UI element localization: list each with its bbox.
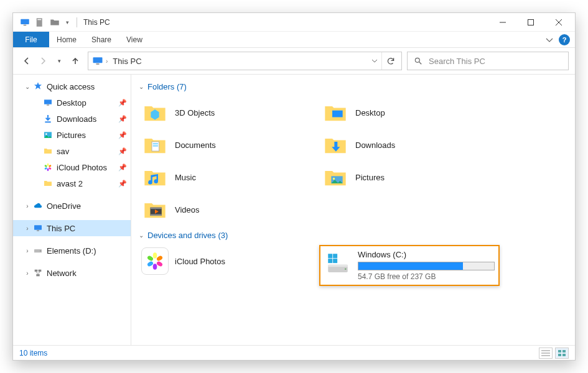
svg-rect-39 (151, 214, 162, 216)
ribbon-collapse-icon[interactable] (541, 32, 558, 47)
device-icloud-photos[interactable]: iCloud Photos (139, 245, 313, 277)
drive-windows-c[interactable]: Windows (C:) 54.7 GB free of 237 GB (319, 245, 500, 286)
music-icon (141, 163, 169, 191)
tab-share[interactable]: Share (84, 32, 119, 47)
folder-videos[interactable]: Videos (139, 193, 313, 226)
properties-icon[interactable] (34, 17, 45, 28)
folder-documents[interactable]: Documents (139, 129, 313, 161)
svg-rect-58 (562, 350, 566, 352)
pin-icon: 📌 (118, 180, 131, 188)
svg-rect-29 (39, 270, 42, 272)
chevron-right-icon[interactable]: › (23, 247, 32, 254)
svg-point-36 (333, 178, 335, 180)
svg-rect-52 (328, 259, 332, 263)
folder-pictures[interactable]: Pictures (319, 161, 493, 193)
pin-icon: 📌 (118, 131, 131, 139)
drive-free-text: 54.7 GB free of 237 GB (358, 272, 495, 281)
folder-desktop[interactable]: Desktop (319, 96, 493, 129)
group-folders-header[interactable]: ⌄ Folders (7) (139, 82, 567, 91)
chevron-right-icon[interactable]: › (23, 203, 32, 210)
tree-quick-access[interactable]: ⌄ Quick access (13, 78, 131, 94)
forward-button[interactable] (38, 56, 48, 66)
svg-rect-3 (37, 19, 41, 20)
search-input[interactable]: Search This PC (407, 52, 569, 70)
svg-point-41 (153, 252, 157, 259)
svg-rect-60 (562, 354, 566, 356)
desktop-icon (42, 96, 54, 109)
svg-rect-5 (528, 19, 533, 25)
pc-icon[interactable] (19, 17, 30, 28)
refresh-button[interactable] (381, 52, 399, 70)
svg-rect-24 (34, 225, 42, 229)
details-view-button[interactable] (539, 348, 553, 359)
help-icon[interactable]: ? (559, 34, 570, 45)
qat-dropdown-icon[interactable]: ▾ (64, 17, 70, 28)
tab-view[interactable]: View (119, 32, 150, 47)
file-tab[interactable]: File (13, 32, 49, 47)
pictures-icon (42, 129, 54, 141)
drives-grid: iCloud Photos Windows (C:) 54.7 GB free … (139, 245, 567, 286)
breadcrumb-label: This PC (113, 57, 141, 66)
close-button[interactable] (544, 13, 572, 32)
pictures-folder-icon (322, 163, 349, 191)
sidebar-item-icloud-photos[interactable]: iCloud Photos📌 (13, 159, 131, 175)
folder-ql-icon[interactable] (49, 17, 60, 28)
desktop-folder-icon (322, 99, 349, 126)
status-item-count: 10 items (19, 349, 47, 357)
maximize-button[interactable] (516, 13, 544, 32)
drive-label: Windows (C:) (358, 250, 495, 259)
breadcrumb-chevron-icon[interactable]: › (105, 58, 109, 65)
tree-onedrive[interactable]: › OneDrive (13, 198, 131, 214)
svg-rect-38 (151, 208, 162, 210)
breadcrumb[interactable]: This PC (109, 57, 145, 66)
chevron-right-icon[interactable]: › (23, 225, 32, 232)
chevron-down-icon[interactable]: ⌄ (23, 83, 32, 90)
drive-windows-icon (324, 250, 352, 277)
sidebar-item-downloads[interactable]: Downloads📌 (13, 111, 131, 127)
svg-point-27 (40, 251, 40, 251)
pin-icon: 📌 (118, 99, 131, 107)
onedrive-icon (32, 200, 44, 212)
svg-rect-8 (93, 57, 103, 63)
sidebar-item-avast2[interactable]: avast 2📌 (13, 175, 131, 191)
documents-icon (141, 131, 169, 159)
sidebar-item-pictures[interactable]: Pictures📌 (13, 127, 131, 143)
group-title: Devices and drives (3) (147, 231, 228, 240)
chevron-down-icon[interactable]: ⌄ (139, 83, 144, 90)
svg-rect-13 (47, 104, 49, 105)
search-placeholder: Search This PC (429, 57, 485, 66)
chevron-down-icon[interactable]: ⌄ (139, 232, 144, 239)
sidebar-item-desktop[interactable]: Desktop📌 (13, 94, 131, 111)
location-pc-icon (91, 54, 105, 68)
tree-elements-drive[interactable]: › Elements (D:) (13, 242, 131, 259)
nav-tree: ⌄ Quick access Desktop📌 Downloads📌 Pictu… (13, 75, 131, 345)
address-dropdown-icon[interactable] (368, 58, 381, 64)
folder-downloads[interactable]: Downloads (319, 129, 493, 161)
folders-grid: 3D Objects Desktop Documents Downloads M… (139, 96, 567, 226)
folder-music[interactable]: Music (139, 161, 313, 193)
chevron-right-icon[interactable]: › (23, 270, 32, 277)
svg-rect-12 (44, 99, 52, 104)
tree-network[interactable]: › Network (13, 265, 131, 281)
tree-this-pc[interactable]: › This PC (13, 220, 131, 236)
network-icon (32, 267, 44, 279)
tiles-view-button[interactable] (555, 348, 569, 359)
explorer-window: ▾ This PC File Home Share View ? ▾ › Thi… (12, 12, 576, 361)
svg-rect-30 (36, 274, 39, 276)
svg-point-21 (47, 168, 49, 171)
back-button[interactable] (22, 56, 32, 66)
group-drives-header[interactable]: ⌄ Devices and drives (3) (139, 231, 567, 240)
sidebar-item-sav[interactable]: sav📌 (13, 143, 131, 159)
recent-dropdown-icon[interactable]: ▾ (54, 56, 64, 66)
folder-3dobjects[interactable]: 3D Objects (139, 96, 313, 129)
svg-rect-48 (328, 265, 348, 267)
body: ⌄ Quick access Desktop📌 Downloads📌 Pictu… (13, 74, 575, 345)
tab-home[interactable]: Home (49, 32, 84, 47)
status-bar: 10 items (13, 345, 575, 360)
minimize-button[interactable] (488, 13, 516, 32)
address-bar[interactable]: › This PC (88, 52, 402, 70)
svg-rect-28 (35, 270, 38, 272)
icloud-photos-app-icon (141, 247, 169, 275)
up-button[interactable] (70, 56, 80, 66)
folder-icon (42, 177, 54, 190)
